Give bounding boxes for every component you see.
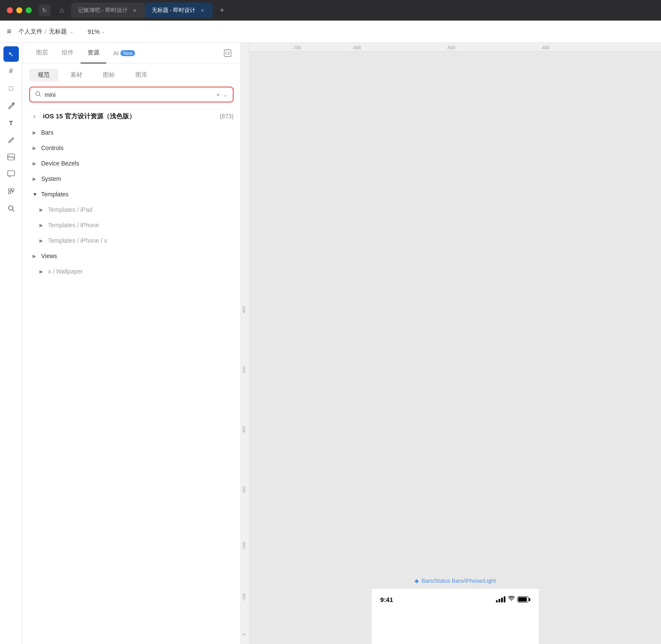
breadcrumb-current[interactable]: 无标题 [49, 28, 67, 36]
signal-bar-1 [496, 600, 498, 602]
sub-tab-material-label: 素材 [70, 71, 82, 78]
add-tab-button[interactable]: + [216, 4, 228, 16]
zoom-level: 91% [87, 28, 99, 35]
tab-ai[interactable]: AI New [106, 43, 142, 63]
title-bar: ↻ ⌂ 记账簿吧 - 即时设计 ✕ 无标题 - 即时设计 ✕ + [0, 0, 661, 21]
tree-arrow-views: ▶ [33, 253, 38, 259]
tree-list: ▶ Bars ▶ Controls ▶ Device Bezels ▶ Syst… [22, 125, 240, 279]
signal-bar-2 [499, 599, 500, 602]
search-icon [35, 91, 41, 98]
svg-rect-3 [9, 189, 11, 191]
tab-components[interactable]: 组件 [55, 43, 81, 63]
home-button[interactable]: ⌂ [56, 4, 68, 16]
comment-tool[interactable] [3, 166, 19, 182]
panel-expand-icon[interactable] [222, 47, 234, 59]
sub-tab-library-label: 图库 [135, 71, 147, 78]
tab-1[interactable]: 记账簿吧 - 即时设计 ✕ [71, 3, 145, 18]
sub-tab-library[interactable]: 图库 [127, 69, 156, 81]
tab-ai-label: AI [113, 50, 119, 57]
tree-label-bars: Bars [41, 129, 54, 136]
breadcrumb-personal: 个人文件 [18, 28, 42, 36]
sub-tab-material[interactable]: 素材 [62, 69, 91, 81]
ruler-label-h-700: -700 [292, 45, 301, 50]
tree-label-device-bezels: Device Bezels [41, 160, 79, 167]
component-tool[interactable] [3, 184, 19, 199]
tree-arrow-wallpaper: ▶ [39, 269, 45, 274]
tab-assets[interactable]: 资源 [81, 43, 106, 63]
tree-label-templates: Templates [41, 191, 69, 198]
left-panel: 图层 组件 资源 AI New 规范 素材 [22, 43, 241, 644]
tree-item-wallpaper[interactable]: ▶ x / Wallpaper [22, 264, 240, 279]
ruler-label-v-100: -100 [242, 593, 246, 601]
signal-bar-4 [504, 596, 505, 602]
svg-point-9 [36, 92, 40, 96]
tab-2[interactable]: 无标题 - 即时设计 ✕ [145, 3, 213, 18]
tree-arrow-controls: ▶ [33, 145, 38, 151]
ruler-label-h-500: -500 [447, 45, 455, 50]
menu-button[interactable]: ≡ [7, 27, 12, 36]
breadcrumb-dropdown-icon[interactable]: ⌄ [69, 29, 74, 35]
maximize-button[interactable] [26, 7, 32, 13]
sub-tabs: 规范 素材 图标 图库 [22, 63, 240, 87]
zoom-control[interactable]: 91% ⌄ [87, 28, 105, 35]
tab-layers[interactable]: 图层 [29, 43, 55, 63]
svg-line-10 [39, 95, 41, 97]
close-button[interactable] [7, 7, 13, 13]
search-dropdown-icon[interactable]: ⌄ [223, 92, 228, 98]
tree-item-device-bezels[interactable]: ▶ Device Bezels [22, 156, 240, 171]
status-time: 9:41 [380, 596, 393, 603]
tree-item-templates[interactable]: ▼ Templates [22, 187, 240, 202]
search-clear-button[interactable]: × [216, 91, 220, 98]
component-diamond-icon: ◆ [415, 578, 419, 584]
tab-1-label: 记账簿吧 - 即时设计 [78, 6, 128, 14]
reload-button[interactable]: ↻ [39, 4, 51, 16]
svg-rect-4 [12, 189, 14, 191]
sub-tab-icon[interactable]: 图标 [94, 69, 123, 81]
frame-tool[interactable]: # [3, 63, 19, 79]
tree-item-views[interactable]: ▶ Views [22, 248, 240, 264]
main-layout: ↖ # □ T 图层 [0, 43, 661, 644]
ruler-label-v-300: -300 [242, 486, 246, 494]
pencil-tool[interactable] [3, 132, 19, 147]
ai-new-badge: New [120, 50, 135, 56]
search-tool[interactable] [3, 201, 19, 216]
tree-item-system[interactable]: ▶ System [22, 171, 240, 187]
tree-item-templates-iphone-x[interactable]: ▶ Templates / iPhone / x [22, 233, 240, 248]
ruler-vertical: -600 -500 -400 -300 -200 -100 0 [241, 43, 249, 644]
status-icons [496, 596, 530, 603]
resource-back-button[interactable]: ‹ [29, 111, 39, 121]
back-icon: ‹ [33, 113, 36, 120]
signal-bar-3 [501, 598, 503, 602]
tab-1-close[interactable]: ✕ [131, 7, 138, 14]
tree-label-templates-iphone-x: Templates / iPhone / x [48, 237, 107, 244]
image-tool[interactable] [3, 149, 19, 165]
tree-item-bars[interactable]: ▶ Bars [22, 125, 240, 140]
tree-item-templates-iphone[interactable]: ▶ Templates / iPhone [22, 217, 240, 233]
text-tool[interactable]: T [3, 115, 19, 130]
sub-tab-spec-label: 规范 [38, 71, 50, 78]
select-tool[interactable]: ↖ [3, 46, 19, 62]
iphone-status-bar-frame: 9:41 [372, 588, 539, 644]
ruler-label-v-600: -600 [242, 306, 246, 314]
resource-count: (873) [219, 113, 234, 120]
search-box[interactable]: × ⌄ [29, 87, 234, 102]
ruler-horizontal: -700 -600 -500 -400 [241, 43, 661, 51]
tree-arrow-system: ▶ [33, 176, 38, 182]
pen-tool[interactable] [3, 98, 19, 113]
rectangle-tool[interactable]: □ [3, 81, 19, 96]
signal-bars-icon [496, 596, 505, 602]
search-input[interactable] [45, 91, 213, 98]
tree-arrow-bars: ▶ [33, 130, 38, 135]
panel-tabs: 图层 组件 资源 AI New [22, 43, 240, 63]
tree-arrow-templates-iphone: ▶ [39, 223, 45, 228]
tab-2-close[interactable]: ✕ [199, 7, 206, 14]
canvas-area[interactable]: -700 -600 -500 -400 -600 -500 -400 -300 … [241, 43, 661, 644]
sub-tab-spec[interactable]: 规范 [29, 69, 58, 81]
tree-item-controls[interactable]: ▶ Controls [22, 140, 240, 156]
wifi-icon [508, 596, 515, 603]
tree-arrow-templates: ▼ [33, 192, 38, 197]
status-bar: 9:41 [372, 589, 539, 610]
tree-item-templates-ipad[interactable]: ▶ Templates / iPad [22, 202, 240, 217]
tree-arrow-templates-ipad: ▶ [39, 207, 45, 213]
minimize-button[interactable] [16, 7, 22, 13]
